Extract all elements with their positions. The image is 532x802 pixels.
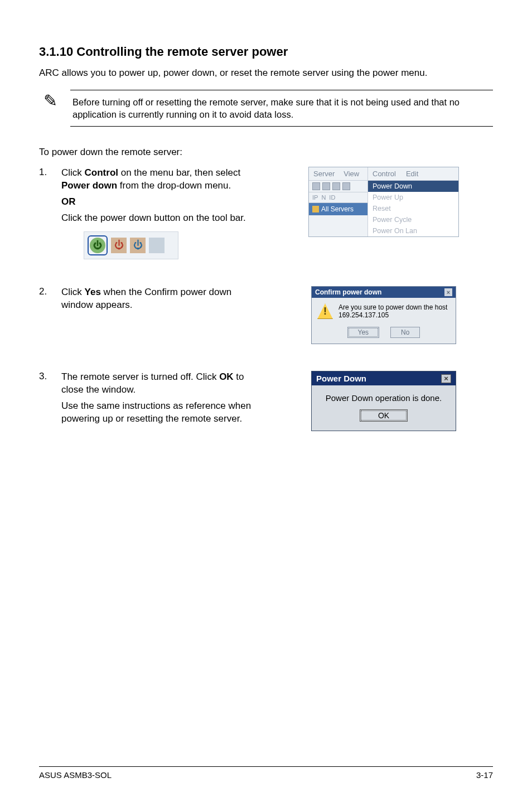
confirm-msg-line1: Are you sure to power down the host bbox=[338, 303, 447, 311]
page-footer: ASUS ASMB3-SOL 3-17 bbox=[39, 766, 493, 780]
toolbar-icon[interactable] bbox=[342, 182, 350, 190]
menu-edit[interactable]: Edit bbox=[406, 170, 418, 178]
intro-paragraph: ARC allows you to power up, power down, … bbox=[39, 67, 493, 80]
menu-screenshot: Server View Control Edit bbox=[308, 167, 459, 237]
close-icon[interactable]: × bbox=[444, 288, 452, 296]
done-dialog: Power Down × Power Down operation is don… bbox=[311, 371, 456, 431]
footer-left: ASUS ASMB3-SOL bbox=[39, 770, 112, 780]
confirm-title: Confirm power down bbox=[315, 288, 381, 296]
step1-or: OR bbox=[61, 196, 76, 207]
step3-line1: The remote server is turned off. Click O… bbox=[61, 371, 262, 397]
ok-button[interactable]: OK bbox=[360, 409, 408, 422]
toolbar-icon[interactable] bbox=[332, 182, 340, 190]
power-down-toolbar-button[interactable]: ⏻ bbox=[88, 235, 108, 255]
no-button[interactable]: No bbox=[390, 327, 420, 338]
tree-icon bbox=[312, 206, 319, 212]
menu-view[interactable]: View bbox=[344, 170, 359, 178]
step1-line1: Click Control on the menu bar, then sele… bbox=[61, 167, 262, 192]
step-1: 1. Click Control on the menu bar, then s… bbox=[39, 167, 493, 259]
note-row: ✎ Before turning off or resetting the re… bbox=[39, 90, 493, 127]
done-msg: Power Down operation is done. bbox=[315, 393, 452, 403]
close-icon[interactable]: × bbox=[441, 374, 451, 383]
step-number: 3. bbox=[39, 371, 49, 429]
note-text: Before turning off or resetting the remo… bbox=[70, 90, 493, 127]
power-cycle-icon[interactable] bbox=[149, 238, 165, 253]
footer-right: 3-17 bbox=[476, 770, 493, 780]
toolbar-icon[interactable] bbox=[312, 182, 320, 190]
menu-item-power-down[interactable]: Power Down bbox=[368, 181, 458, 192]
step1-line2: Click the power down button on the tool … bbox=[61, 212, 262, 225]
step-2: 2. Click Yes when the Confirm power down… bbox=[39, 286, 493, 344]
confirm-msg-line2: 169.254.137.105 bbox=[338, 311, 447, 319]
done-title: Power Down bbox=[316, 374, 366, 383]
warning-icon: ! bbox=[317, 303, 333, 319]
tree-all-servers[interactable]: All Servers bbox=[321, 205, 354, 213]
col-ip: IP bbox=[312, 194, 318, 201]
step3-line2: Use the same instructions as reference w… bbox=[61, 400, 262, 426]
menu-control[interactable]: Control bbox=[373, 170, 396, 178]
reset-icon[interactable]: ⏻ bbox=[130, 238, 146, 253]
control-dropdown: Power Down Power Up Reset Power Cycle Po… bbox=[367, 181, 458, 236]
menu-server[interactable]: Server bbox=[313, 170, 335, 178]
step-number: 2. bbox=[39, 286, 49, 315]
toolbar-icon[interactable] bbox=[322, 182, 330, 190]
menu-item-power-cycle[interactable]: Power Cycle bbox=[368, 214, 458, 225]
confirm-dialog: Confirm power down × ! Are you sure to p… bbox=[311, 286, 456, 344]
toolbar-screenshot: ⏻ ⏻ ⏻ bbox=[84, 231, 178, 259]
yes-button[interactable]: Yes bbox=[347, 327, 380, 338]
step2-text: Click Yes when the Confirm power down wi… bbox=[61, 286, 262, 312]
menu-item-power-up[interactable]: Power Up bbox=[368, 192, 458, 203]
procedure-intro: To power down the remote server: bbox=[39, 147, 493, 158]
menu-item-reset[interactable]: Reset bbox=[368, 203, 458, 214]
col-n: N bbox=[321, 194, 326, 201]
power-up-icon[interactable]: ⏻ bbox=[111, 238, 127, 253]
step-number: 1. bbox=[39, 167, 49, 259]
col-id: ID bbox=[329, 194, 335, 201]
menu-item-power-on-lan[interactable]: Power On Lan bbox=[368, 225, 458, 236]
section-heading: 3.1.10 Controlling the remote server pow… bbox=[39, 45, 493, 59]
step-3: 3. The remote server is turned off. Clic… bbox=[39, 371, 493, 431]
power-down-icon: ⏻ bbox=[90, 238, 105, 253]
note-icon: ✎ bbox=[39, 90, 61, 110]
